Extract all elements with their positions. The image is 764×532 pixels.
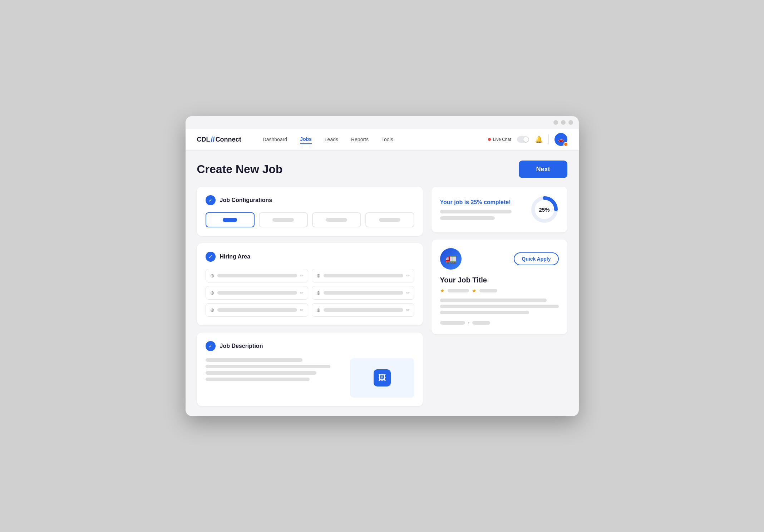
job-config-tab-2[interactable] (259, 212, 308, 227)
hiring-area-check-icon: ✓ (206, 252, 216, 262)
job-description-card: ✓ Job Description (197, 332, 423, 406)
job-config-tab-3[interactable] (312, 212, 361, 227)
nav-links: Dashboard Jobs Leads Reports Tools (263, 135, 488, 144)
image-icon: 🖼 (374, 369, 391, 386)
desc-line-1 (206, 358, 303, 362)
job-preview-card: 🚛 Quick Apply Your Job Title ★ ★ (432, 240, 567, 334)
preview-lines (440, 299, 559, 314)
location-item-3[interactable]: ⊕ ✏ (206, 286, 308, 300)
footer-pill-1 (440, 321, 465, 325)
next-button[interactable]: Next (519, 161, 567, 178)
location-item-5[interactable]: ⊕ ✏ (206, 303, 308, 317)
location-bar-6 (324, 308, 403, 312)
titlebar (186, 116, 579, 129)
page-header: Create New Job Next (197, 161, 567, 178)
tab-pill-gray-2 (326, 218, 347, 222)
live-chat-badge: Live Chat (488, 137, 511, 142)
live-chat-toggle[interactable] (517, 136, 529, 143)
preview-top: 🚛 Quick Apply (440, 248, 559, 270)
logo-suffix: Connect (216, 136, 241, 143)
progress-line-1 (440, 210, 512, 213)
truck-avatar: 🚛 (440, 248, 462, 270)
progress-line-2 (440, 216, 495, 220)
logo-slash: // (211, 136, 215, 144)
description-lines (206, 358, 344, 381)
hiring-area-title: Hiring Area (220, 253, 251, 260)
location-bar-3 (217, 291, 297, 295)
desc-line-4 (206, 378, 310, 381)
quick-apply-button[interactable]: Quick Apply (514, 252, 558, 265)
tab-pill-active (223, 218, 237, 222)
target-icon-6: ⊕ (316, 307, 321, 313)
preview-footer: • (440, 320, 559, 326)
logo: CDL // Connect (197, 136, 241, 144)
job-config-check-icon: ✓ (206, 195, 216, 205)
star-bar-1 (448, 289, 469, 292)
image-upload-area[interactable]: 🖼 (350, 358, 414, 398)
job-config-title: Job Configurations (220, 197, 272, 203)
target-icon-4: ⊕ (316, 290, 321, 296)
progress-lines (440, 210, 524, 220)
location-item-6[interactable]: ⊕ ✏ (312, 303, 414, 317)
page-title: Create New Job (197, 163, 283, 176)
tab-pill-gray-3 (379, 218, 400, 222)
star-icon-1: ★ (440, 288, 445, 294)
job-desc-header: ✓ Job Description (206, 341, 414, 351)
titlebar-btn-2 (561, 120, 566, 125)
preview-line-3 (440, 311, 529, 314)
toggle-knob (523, 137, 528, 142)
live-chat-label: Live Chat (493, 137, 511, 142)
stars-row: ★ ★ (440, 288, 559, 294)
location-item-4[interactable]: ⊕ ✏ (312, 286, 414, 300)
live-dot (488, 138, 491, 141)
location-bar-5 (217, 308, 297, 312)
preview-job-title: Your Job Title (440, 276, 559, 284)
edit-icon-6[interactable]: ✏ (406, 307, 410, 312)
nav-leads[interactable]: Leads (325, 135, 338, 144)
progress-card: Your job is 25% complete! 25% (432, 187, 567, 232)
avatar-icon: 🚗 (558, 137, 564, 142)
content-layout: ✓ Job Configurations (197, 187, 567, 406)
bell-icon[interactable]: 🔔 (535, 136, 543, 143)
edit-icon-5[interactable]: ✏ (300, 307, 304, 312)
target-icon-2: ⊕ (316, 273, 321, 279)
edit-icon-3[interactable]: ✏ (300, 290, 304, 295)
edit-icon-2[interactable]: ✏ (406, 273, 410, 278)
nav-tools[interactable]: Tools (381, 135, 393, 144)
edit-icon-4[interactable]: ✏ (406, 290, 410, 295)
logo-prefix: CDL (197, 136, 210, 143)
desc-line-2 (206, 365, 330, 368)
location-bar-1 (217, 274, 297, 277)
location-item-1[interactable]: ⊕ ✏ (206, 269, 308, 282)
nav-jobs[interactable]: Jobs (300, 135, 312, 144)
hiring-area-header: ✓ Hiring Area (206, 252, 414, 262)
target-icon-3: ⊕ (210, 290, 215, 296)
nav-right: Live Chat 🔔 🚗 (488, 133, 567, 146)
target-icon-1: ⊕ (210, 273, 215, 279)
avatar[interactable]: 🚗 (554, 133, 567, 146)
location-item-2[interactable]: ⊕ ✏ (312, 269, 414, 282)
footer-pill-2 (472, 321, 490, 325)
star-icon-2: ★ (472, 288, 477, 294)
progress-text: Your job is 25% complete! (440, 199, 524, 220)
job-desc-check-icon: ✓ (206, 341, 216, 351)
hiring-area-card: ✓ Hiring Area ⊕ ✏ ⊕ (197, 243, 423, 325)
desc-line-3 (206, 371, 316, 375)
progress-title: Your job is 25% complete! (440, 199, 524, 206)
location-bar-2 (324, 274, 403, 277)
job-desc-title: Job Description (220, 343, 263, 349)
job-configurations-card: ✓ Job Configurations (197, 187, 423, 236)
location-grid: ⊕ ✏ ⊕ ✏ ⊕ (206, 269, 414, 317)
preview-line-1 (440, 299, 547, 302)
nav-reports[interactable]: Reports (351, 135, 369, 144)
job-config-tab-4[interactable] (365, 212, 414, 227)
location-bar-4 (324, 291, 403, 295)
left-column: ✓ Job Configurations (197, 187, 423, 406)
edit-icon-1[interactable]: ✏ (300, 273, 304, 278)
nav-dashboard[interactable]: Dashboard (263, 135, 287, 144)
progress-donut: 25% (530, 195, 559, 224)
star-bar-2 (479, 289, 497, 292)
job-config-tab-1[interactable] (206, 212, 255, 227)
tab-pill-gray-1 (272, 218, 294, 222)
job-config-header: ✓ Job Configurations (206, 195, 414, 205)
